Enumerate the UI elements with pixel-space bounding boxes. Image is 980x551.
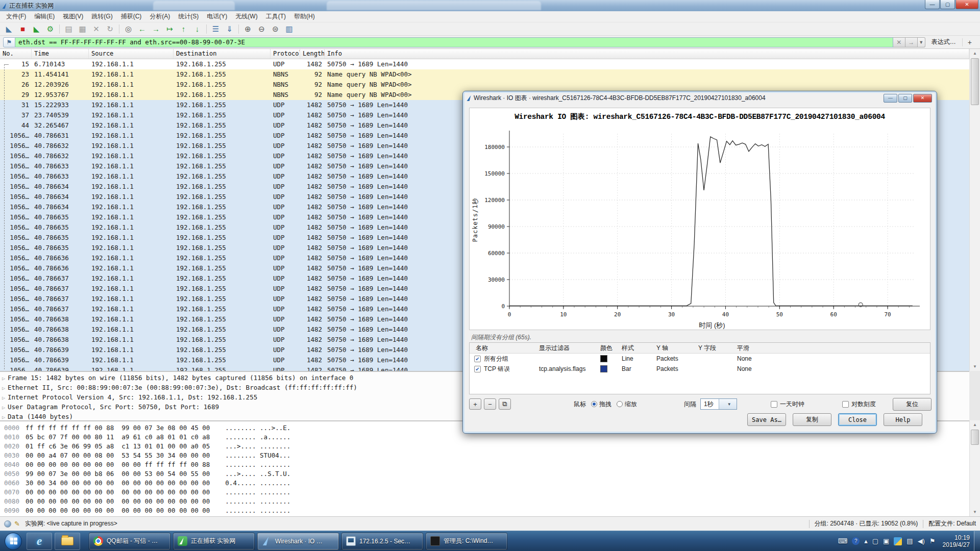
hex-row[interactable]: 009000 00 00 00 00 00 00 00 00 00 00 00 … xyxy=(0,506,969,515)
duplicate-graph-button[interactable]: ⧉ xyxy=(499,398,511,410)
hex-row[interactable]: 006030 00 34 00 00 00 00 00 00 00 00 00 … xyxy=(0,479,969,488)
taskbar-wireshark-capture[interactable]: 正在捕获 实验网 xyxy=(173,533,255,550)
zoom-reset-icon[interactable]: ⊜ xyxy=(268,23,282,35)
packet-bytes-pane[interactable]: 0000ff ff ff ff ff ff 00 88 99 00 07 3e … xyxy=(0,420,969,516)
zoom-in-icon[interactable]: ⊕ xyxy=(241,23,255,35)
column-header-4[interactable]: Destination xyxy=(174,49,271,59)
packet-row[interactable]: 2311.454141192.168.1.1192.168.1.255NBNS9… xyxy=(0,69,969,80)
tray-action-center-flag-icon[interactable]: ⚑ xyxy=(929,537,936,545)
packet-list-header[interactable]: No.TimeSourceDestinationProtocolLengthIn… xyxy=(0,49,969,59)
tray-help-icon[interactable]: ? xyxy=(852,537,860,545)
main-titlebar[interactable]: 正在捕获 实验网 — ▢ ✕ xyxy=(0,0,980,11)
hex-row[interactable]: 005099 00 07 3e 00 00 b8 06 00 00 53 00 … xyxy=(0,469,969,479)
colorize-icon[interactable]: ☰ xyxy=(209,23,223,35)
reload-icon[interactable]: ↻ xyxy=(103,23,117,35)
profile-indicator[interactable]: 配置文件: Default xyxy=(928,519,976,528)
menu-item-5[interactable]: 捕获(C) xyxy=(117,11,146,22)
go-first-icon[interactable]: ↑ xyxy=(177,23,190,35)
packet-row[interactable]: 2612.203926192.168.1.1192.168.1.255NBNS9… xyxy=(0,80,969,90)
menu-item-11[interactable]: 帮助(H) xyxy=(290,11,319,22)
find-packet-icon[interactable]: ◎ xyxy=(121,23,135,35)
remove-graph-button[interactable]: − xyxy=(484,398,496,410)
resize-columns-icon[interactable]: ▥ xyxy=(282,23,296,35)
minimize-button[interactable]: — xyxy=(925,0,940,9)
expander-icon[interactable]: ▷ xyxy=(2,414,5,420)
checkbox-icon[interactable]: ✔ xyxy=(474,356,481,362)
menu-item-9[interactable]: 无线(W) xyxy=(231,11,261,22)
scroll-up-icon[interactable]: ▲ xyxy=(970,420,980,429)
filter-clear-icon[interactable]: ✕ xyxy=(893,37,905,47)
dialog-close-button[interactable]: ✕ xyxy=(913,94,932,103)
auto-scroll-icon[interactable]: ⇓ xyxy=(223,23,236,35)
save-file-icon[interactable]: ▦ xyxy=(76,23,89,35)
capture-options-icon[interactable]: ⚙ xyxy=(43,23,57,35)
color-swatch[interactable] xyxy=(600,365,607,372)
day-clock-label[interactable]: 一天时钟 xyxy=(780,400,804,409)
reset-button[interactable]: 复位 xyxy=(893,398,932,411)
taskbar-cmd-admin[interactable]: 管理员: C:\Wind… xyxy=(426,533,507,550)
column-header-7[interactable]: Info xyxy=(325,49,969,59)
tray-hidden-icons-icon[interactable]: ▴ xyxy=(864,537,868,545)
save-as-button[interactable]: Save As… xyxy=(747,413,786,426)
close-button[interactable]: Close xyxy=(838,413,877,426)
expander-icon[interactable]: ▷ xyxy=(2,395,5,400)
zoom-radio[interactable] xyxy=(617,401,623,407)
menu-item-3[interactable]: 视图(V) xyxy=(59,11,87,22)
hex-row[interactable]: 007000 00 00 00 00 00 00 00 00 00 00 00 … xyxy=(0,488,969,497)
go-forward-icon[interactable]: → xyxy=(149,23,163,35)
help-button[interactable]: Help xyxy=(884,413,922,426)
taskbar-internet-explorer[interactable]: e xyxy=(27,533,52,550)
graph-row[interactable]: ✔所有分组LinePacketsNone xyxy=(470,354,930,364)
interval-dropdown[interactable]: 1秒 ▼ xyxy=(700,398,737,410)
drag-radio-label[interactable]: 拖拽 xyxy=(599,400,611,409)
packet-list-scrollbar[interactable]: ▲ ▼ xyxy=(969,49,980,371)
checkbox-icon[interactable]: ✔ xyxy=(474,366,481,372)
drag-radio[interactable] xyxy=(591,401,597,407)
hex-row[interactable]: 003000 00 a4 07 00 00 08 00 53 54 55 30 … xyxy=(0,451,969,460)
capture-comment-icon[interactable]: ✎ xyxy=(14,520,20,528)
scroll-up-icon[interactable]: ▲ xyxy=(970,49,980,58)
menu-item-4[interactable]: 跳转(G) xyxy=(87,11,116,22)
show-desktop-button[interactable] xyxy=(974,531,980,551)
filter-history-caret-icon[interactable]: ▼ xyxy=(918,37,925,47)
go-to-packet-icon[interactable]: ↦ xyxy=(163,23,177,35)
taskbar-remote-desktop[interactable]: 172.16.2.5 - Sec… xyxy=(341,533,423,550)
taskbar-qq-mail[interactable]: QQ邮箱 - 写信 - … xyxy=(89,533,170,550)
column-header-5[interactable]: Protocol xyxy=(271,49,300,59)
column-header-6[interactable]: Length xyxy=(300,49,325,59)
dialog-maximize-button[interactable]: ▢ xyxy=(898,94,912,103)
column-header-1[interactable]: No. xyxy=(0,49,32,59)
close-file-icon[interactable]: ✕ xyxy=(89,23,103,35)
add-graph-button[interactable]: + xyxy=(469,398,481,410)
scroll-down-icon[interactable]: ▼ xyxy=(970,362,980,371)
expression-button[interactable]: 表达式… xyxy=(925,38,962,46)
zoom-out-icon[interactable]: ⊖ xyxy=(255,23,268,35)
scroll-down-icon[interactable]: ▼ xyxy=(970,508,980,516)
menu-item-2[interactable]: 编辑(E) xyxy=(30,11,59,22)
log-scale-label[interactable]: 对数刻度 xyxy=(851,400,876,409)
day-clock-checkbox[interactable] xyxy=(771,401,777,408)
dialog-titlebar[interactable]: Wireshark · IO 图表 · wireshark_C5167126-7… xyxy=(463,91,937,105)
hex-row[interactable]: 004000 00 00 00 00 00 00 00 00 00 ff ff … xyxy=(0,460,969,469)
menu-item-10[interactable]: 工具(T) xyxy=(262,11,290,22)
column-header-3[interactable]: Source xyxy=(89,49,174,59)
start-button[interactable] xyxy=(5,533,22,550)
go-last-icon[interactable]: ↓ xyxy=(190,23,204,35)
chevron-down-icon[interactable]: ▼ xyxy=(719,399,737,409)
close-button[interactable]: ✕ xyxy=(955,0,978,9)
column-header-2[interactable]: Time xyxy=(32,49,89,59)
expander-icon[interactable]: ▷ xyxy=(2,375,5,381)
filter-add-button[interactable]: + xyxy=(962,38,977,46)
go-back-icon[interactable]: ← xyxy=(135,23,149,35)
maximize-button[interactable]: ▢ xyxy=(940,0,955,9)
zoom-radio-label[interactable]: 缩放 xyxy=(625,400,637,409)
open-file-icon[interactable]: ▤ xyxy=(62,23,76,35)
taskbar-wireshark-io-graph[interactable]: Wireshark · IO … xyxy=(257,533,339,550)
tray-display-icon[interactable]: ▢ xyxy=(872,537,878,545)
restart-capture-icon[interactable]: ◣ xyxy=(30,23,43,35)
taskbar-windows-explorer[interactable] xyxy=(55,533,80,550)
hex-row[interactable]: 008000 00 00 00 00 00 00 00 00 00 00 00 … xyxy=(0,497,969,506)
tray-keyboard-icon[interactable]: ⌨ xyxy=(838,537,847,545)
menu-item-8[interactable]: 电话(Y) xyxy=(203,11,231,22)
stop-capture-icon[interactable]: ■ xyxy=(16,23,30,35)
